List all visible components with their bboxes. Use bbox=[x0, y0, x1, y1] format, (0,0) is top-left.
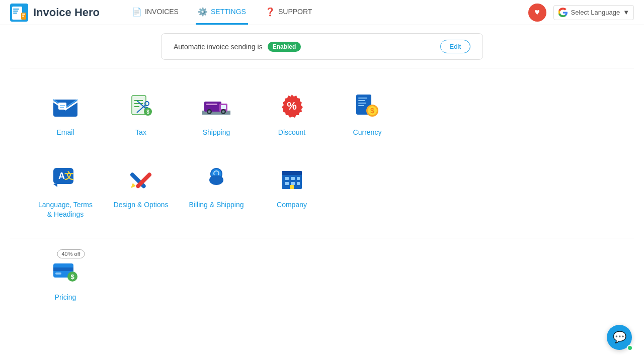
banner-text: Automatic invoice sending is bbox=[174, 43, 263, 51]
svg-rect-37 bbox=[358, 103, 366, 104]
currency-icon: $ bbox=[352, 92, 382, 122]
main-nav: 📄 INVOICES ⚙️ SETTINGS ❓ SUPPORT bbox=[130, 0, 314, 25]
edit-button[interactable]: Edit bbox=[440, 40, 470, 53]
chat-online-dot bbox=[627, 345, 633, 351]
settings-grid-row2: A 文 Language, Terms & Headings Design bbox=[30, 156, 614, 228]
logo-area[interactable]: Invoice Hero bbox=[10, 4, 100, 22]
chat-icon: 💬 bbox=[613, 331, 626, 344]
shipping-label: Shipping bbox=[203, 128, 230, 138]
svg-rect-2 bbox=[13, 9, 19, 10]
setting-email[interactable]: Email bbox=[30, 83, 101, 146]
email-label: Email bbox=[56, 128, 74, 138]
logo-icon bbox=[10, 4, 28, 22]
language-icon: A 文 bbox=[50, 164, 80, 194]
language-label: Language, Terms & Headings bbox=[35, 200, 96, 220]
svg-text:文: 文 bbox=[64, 171, 73, 181]
logo-text: Invoice Hero bbox=[33, 6, 100, 19]
banner-area: Automatic invoice sending is Enabled Edi… bbox=[0, 25, 644, 68]
svg-rect-6 bbox=[22, 14, 25, 15]
svg-rect-4 bbox=[13, 13, 17, 14]
nav-support[interactable]: ❓ SUPPORT bbox=[263, 0, 314, 25]
svg-text:%: % bbox=[287, 100, 297, 112]
setting-language[interactable]: A 文 Language, Terms & Headings bbox=[30, 156, 101, 228]
settings-section-2: A 文 Language, Terms & Headings Design bbox=[0, 156, 644, 238]
svg-point-31 bbox=[222, 111, 225, 113]
svg-rect-3 bbox=[13, 11, 18, 12]
svg-text:$: $ bbox=[370, 107, 374, 115]
setting-discount[interactable]: % Discount bbox=[257, 83, 327, 146]
support-icon: ❓ bbox=[265, 7, 275, 17]
pricing-icon: $ bbox=[50, 256, 80, 287]
google-translate-button[interactable]: Select Language ▼ bbox=[553, 5, 634, 20]
settings-icon: ⚙️ bbox=[198, 7, 208, 17]
discount-label: Discount bbox=[278, 128, 305, 138]
svg-rect-61 bbox=[290, 185, 294, 189]
pricing-section: 40% off $ Pricing bbox=[0, 238, 644, 321]
svg-rect-36 bbox=[358, 100, 365, 101]
svg-point-51 bbox=[209, 175, 223, 185]
heart-icon: ♥ bbox=[534, 7, 540, 18]
svg-rect-63 bbox=[53, 267, 73, 271]
svg-rect-64 bbox=[55, 273, 61, 275]
tax-label: Tax bbox=[135, 128, 146, 138]
svg-rect-58 bbox=[285, 182, 289, 185]
setting-currency[interactable]: $ Currency bbox=[332, 83, 403, 146]
svg-rect-13 bbox=[132, 96, 146, 115]
svg-rect-60 bbox=[297, 182, 300, 185]
invoices-icon: 📄 bbox=[132, 7, 142, 17]
currency-label: Currency bbox=[353, 128, 382, 138]
auto-invoice-banner: Automatic invoice sending is Enabled Edi… bbox=[161, 33, 483, 60]
nav-invoices[interactable]: 📄 INVOICES bbox=[130, 0, 181, 25]
translate-arrow: ▼ bbox=[623, 9, 629, 16]
company-label: Company bbox=[277, 200, 307, 210]
header: Invoice Hero 📄 INVOICES ⚙️ SETTINGS ❓ SU… bbox=[0, 0, 644, 25]
discount-badge: 40% off bbox=[57, 249, 85, 258]
svg-point-52 bbox=[214, 171, 218, 175]
design-icon bbox=[126, 164, 156, 194]
tax-icon: $ bbox=[126, 92, 156, 122]
svg-text:$: $ bbox=[146, 109, 149, 115]
pricing-label: Pricing bbox=[55, 293, 76, 303]
svg-rect-32 bbox=[206, 104, 217, 105]
svg-rect-57 bbox=[297, 177, 300, 180]
svg-rect-56 bbox=[291, 177, 295, 180]
billing-label: Billing & Shipping bbox=[189, 200, 244, 210]
setting-shipping[interactable]: Shipping bbox=[181, 83, 252, 146]
email-icon bbox=[50, 92, 80, 122]
svg-rect-55 bbox=[285, 177, 289, 180]
enabled-badge: Enabled bbox=[268, 42, 301, 52]
svg-rect-27 bbox=[221, 105, 226, 109]
company-icon bbox=[277, 164, 307, 194]
setting-company[interactable]: Company bbox=[257, 156, 327, 228]
settings-section-1: Email $ bbox=[0, 68, 644, 156]
svg-rect-38 bbox=[358, 105, 364, 106]
svg-rect-35 bbox=[358, 98, 367, 99]
setting-billing[interactable]: Billing & Shipping bbox=[181, 156, 252, 228]
svg-rect-7 bbox=[22, 16, 24, 17]
settings-grid-row1: Email $ bbox=[30, 83, 614, 146]
heart-button[interactable]: ♥ bbox=[528, 4, 546, 22]
google-icon bbox=[558, 8, 568, 18]
pricing-grid: 40% off $ Pricing bbox=[30, 248, 614, 311]
billing-icon bbox=[201, 164, 231, 194]
svg-point-29 bbox=[208, 111, 211, 113]
setting-pricing[interactable]: 40% off $ Pricing bbox=[30, 248, 101, 311]
svg-marker-46 bbox=[131, 183, 136, 188]
translate-label: Select Language bbox=[571, 9, 620, 16]
header-right: ♥ Select Language ▼ bbox=[528, 4, 634, 22]
setting-design[interactable]: Design & Options bbox=[106, 156, 176, 228]
shipping-icon bbox=[201, 92, 231, 122]
svg-rect-59 bbox=[291, 182, 295, 185]
discount-icon: % bbox=[277, 92, 307, 122]
svg-text:$: $ bbox=[70, 273, 74, 281]
nav-settings[interactable]: ⚙️ SETTINGS bbox=[196, 0, 248, 25]
svg-rect-54 bbox=[282, 171, 302, 175]
design-label: Design & Options bbox=[114, 200, 169, 210]
setting-tax[interactable]: $ Tax bbox=[106, 83, 176, 146]
svg-rect-25 bbox=[204, 102, 221, 112]
